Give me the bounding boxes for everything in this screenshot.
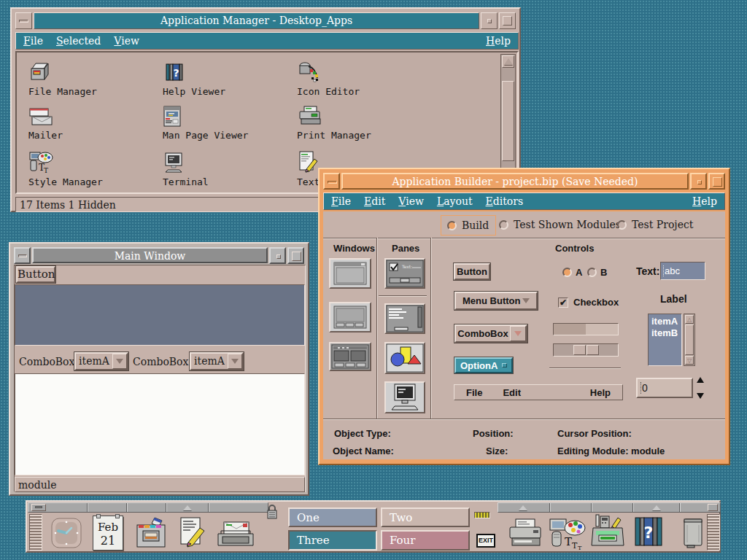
panel-minimize-button[interactable] [31,504,46,511]
subpanel-arrow-icon[interactable] [183,505,192,510]
minimize-button[interactable] [269,247,286,264]
app-icon-icon-editor[interactable]: Icon Editor [297,60,360,97]
scrollbar-up-arrow[interactable] [502,55,514,68]
workspace-one[interactable]: One [288,508,377,527]
radio-b[interactable] [587,268,597,277]
maximize-button[interactable] [708,173,725,190]
palette-terminal-pane-icon[interactable] [384,381,425,413]
checkbox-box[interactable]: ✔ [558,298,568,308]
palette-text-pane-icon[interactable] [384,303,425,334]
control-option-menu[interactable]: OptionA [454,357,513,373]
list-item[interactable]: itemA [651,316,678,327]
app-icon-text-editor[interactable]: Text [297,150,320,187]
app-icon-help-viewer[interactable]: ? Help Viewer [163,61,225,97]
menu-editors[interactable]: Editors [486,195,524,207]
panel-printer[interactable] [507,518,543,553]
sample-menu-file[interactable]: File [466,387,482,398]
app-icon-print-manager[interactable]: Print Manager [297,105,371,141]
spin-down-icon[interactable] [697,393,704,399]
window-menu-button[interactable] [14,247,31,264]
control-combobox[interactable]: ComboBox [454,324,527,343]
menu-selected[interactable]: Selected [56,35,101,47]
radio-test-shown-modules[interactable] [499,220,508,230]
window-title[interactable]: Application Builder - project.bip (Save … [341,173,689,190]
panel-file-manager[interactable] [133,516,169,554]
radio-build[interactable] [447,221,457,230]
menu-edit[interactable]: Edit [364,195,385,207]
workspace-four[interactable]: Four [381,530,470,551]
palette-main-window-icon[interactable] [329,258,371,289]
test-button[interactable]: Button [16,266,55,283]
menu-view[interactable]: View [114,35,139,47]
panel-applications[interactable] [590,513,627,554]
workspace-three[interactable]: Three [288,530,377,551]
combobox-1[interactable]: itemA [74,352,128,370]
exit-button[interactable]: EXIT [476,534,495,548]
app-icon-style-manager[interactable]: T T Style Manager [28,150,103,187]
subpanel-arrow-icon[interactable] [652,505,661,510]
mode-build[interactable]: Build [441,215,496,236]
scrollbar-thumb-left[interactable] [573,345,586,355]
panel-menu-button[interactable] [708,504,718,511]
panel-calendar[interactable]: Feb 21 [93,516,123,551]
control-checkbox[interactable]: ✔ Checkbox [558,297,619,308]
combobox-1-arrow[interactable] [112,354,127,369]
listbox[interactable]: itemA itemB [648,314,682,366]
control-button[interactable]: Button [454,263,490,280]
maximize-button[interactable] [499,12,516,29]
panel-lock[interactable] [266,504,278,523]
app-icon-mailer[interactable]: Mailer [28,106,63,141]
menu-help[interactable]: Help [486,35,511,47]
listbox-scroll-thumb[interactable] [685,324,694,355]
scrollbar-thumb[interactable] [502,81,514,161]
list-item[interactable]: itemB [651,327,678,339]
control-menu-button[interactable]: Menu Button [454,292,538,310]
panel-style-manager[interactable]: T T T [547,515,587,554]
radio-a[interactable] [562,268,572,277]
window-title[interactable]: Application Manager - Desktop_Apps [34,12,479,29]
window-menu-button[interactable] [323,173,340,190]
control-radio-a[interactable]: A [562,267,582,278]
panel-right-handle[interactable] [707,514,720,551]
panel-trash[interactable] [678,515,708,553]
menu-view[interactable]: View [398,195,424,207]
workspace-two[interactable]: Two [381,508,470,527]
control-radio-b[interactable]: B [587,267,607,278]
window-title[interactable]: Main Window [32,247,268,263]
menu-file[interactable]: File [23,35,43,47]
menu-file[interactable]: File [331,195,351,207]
mode-test-shown-modules[interactable]: Test Shown Modules [499,219,621,230]
panel-mailer[interactable] [215,518,256,553]
spinbox-arrows[interactable] [697,377,708,399]
palette-dialog-icon[interactable] [329,302,371,332]
panel-left-handle[interactable] [29,514,42,551]
app-icon-man-page-viewer[interactable]: Man Page Viewer [163,105,248,141]
palette-control-pane-icon[interactable]: Text: [384,258,425,289]
spin-up-icon[interactable] [697,377,704,383]
panel-help[interactable]: ? [632,515,666,553]
palette-drawing-pane-icon[interactable] [384,342,425,374]
radio-test-project[interactable] [617,220,627,230]
app-icon-file-manager[interactable]: File Manager [28,61,97,97]
palette-file-selection-dialog-icon[interactable] [329,342,371,371]
panel-text-editor[interactable] [175,515,210,554]
window-menu-button[interactable] [15,12,32,29]
listbox-scroll-up[interactable]: △ [685,315,694,324]
listbox-scrollbar[interactable]: △ ▽ [684,314,695,366]
combobox-2-arrow[interactable] [228,354,242,369]
panel-clock[interactable] [50,516,83,553]
listbox-scroll-down[interactable]: ▽ [685,356,694,365]
combobox-2[interactable]: itemA [190,352,244,370]
mode-test-project[interactable]: Test Project [617,219,693,230]
maximize-button[interactable] [287,247,304,264]
menu-help[interactable]: Help [692,195,717,207]
sample-menu-edit[interactable]: Edit [503,387,521,398]
text-field[interactable]: abc [660,262,705,280]
minimize-button[interactable] [481,12,498,29]
menu-layout[interactable]: Layout [437,195,473,207]
sample-menu-help[interactable]: Help [590,387,611,398]
subpanel-arrow-icon[interactable] [519,505,527,510]
minimize-button[interactable] [690,173,707,190]
scrollbar-thumb-right[interactable] [587,345,599,355]
spinbox[interactable]: 0 [636,378,693,398]
